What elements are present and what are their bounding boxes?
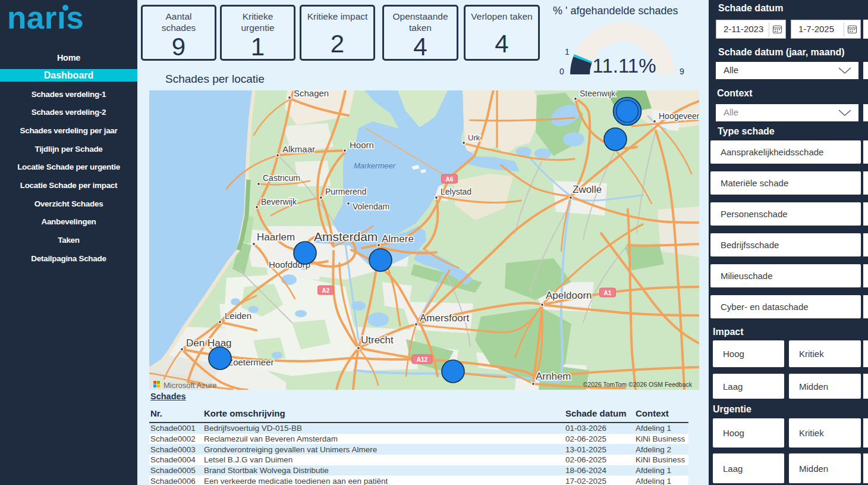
svg-text:Castricum: Castricum — [263, 173, 300, 183]
svg-text:Haarlem: Haarlem — [257, 231, 295, 243]
svg-text:Volendam: Volendam — [353, 202, 389, 211]
svg-text:Beverwijk: Beverwijk — [261, 197, 297, 206]
svg-text:Zoetermeer: Zoetermeer — [228, 357, 274, 367]
svg-text:A6: A6 — [446, 176, 454, 183]
svg-text:Purmerend: Purmerend — [325, 187, 366, 196]
svg-text:Amersfoort: Amersfoort — [420, 312, 469, 324]
svg-text:©2026 TomTom ©2026 OSM Feedb: ©2026 TomTom ©2026 OSM Feedback — [583, 381, 693, 388]
svg-text:Steenwijk: Steenwijk — [580, 90, 616, 98]
svg-text:Markermeer: Markermeer — [354, 161, 396, 170]
svg-text:A12: A12 — [417, 356, 428, 363]
svg-text:A2: A2 — [322, 287, 330, 294]
svg-text:Utrecht: Utrecht — [361, 334, 394, 346]
svg-text:Almere: Almere — [382, 233, 414, 245]
svg-text:Arnhem: Arnhem — [536, 371, 571, 382]
svg-text:A1: A1 — [604, 290, 612, 296]
svg-text:Amsterdam: Amsterdam — [314, 230, 378, 243]
svg-text:Apeldoorn: Apeldoorn — [546, 290, 592, 301]
svg-text:Urk: Urk — [468, 133, 480, 142]
svg-text:Microsoft Azure: Microsoft Azure — [163, 381, 217, 390]
svg-text:Hoorn: Hoorn — [350, 140, 374, 150]
svg-text:Leiden: Leiden — [225, 311, 251, 321]
svg-text:Zwolle: Zwolle — [573, 184, 602, 195]
svg-text:Den Haag: Den Haag — [186, 337, 232, 349]
svg-text:Lelystad: Lelystad — [441, 187, 471, 196]
svg-text:Hoogeveen: Hoogeveen — [659, 111, 699, 121]
svg-text:Alkmaar: Alkmaar — [282, 144, 315, 154]
svg-text:Schagen: Schagen — [294, 90, 329, 98]
